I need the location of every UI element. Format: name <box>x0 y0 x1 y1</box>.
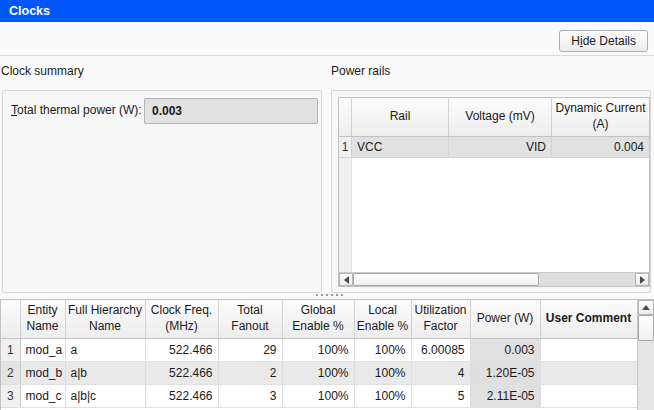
hierarchy-name-cell[interactable]: a|b|c <box>65 385 145 408</box>
column-header-dynamic-current[interactable]: Dynamic Current (A) <box>552 98 649 136</box>
power-rails-group: Rail Voltage (mV) Dynamic Current (A) 1 … <box>331 90 651 293</box>
total-fanout-cell[interactable]: 29 <box>218 339 282 362</box>
clocks-table: Entity Name Full Hierarchy Name Clock Fr… <box>0 299 637 410</box>
current-cell[interactable]: 0.004 <box>552 137 649 157</box>
corner-header-cell[interactable] <box>1 300 20 339</box>
scroll-right-icon <box>640 276 645 284</box>
power-rails-group-label: Power rails <box>331 64 390 78</box>
scroll-left-icon <box>344 276 349 284</box>
voltage-cell[interactable]: VID <box>449 137 552 157</box>
rail-cell[interactable]: VCC <box>352 137 449 157</box>
horizontal-scrollbar[interactable] <box>339 272 649 286</box>
vertical-scrollbar[interactable] <box>637 299 654 410</box>
scroll-left-button[interactable] <box>339 273 353 286</box>
column-header-total-fanout[interactable]: Total Fanout <box>218 300 282 339</box>
column-header-local-enable[interactable]: Local Enable % <box>354 300 411 339</box>
table-row[interactable]: 3 mod_c a|b|c 522.466 3 100% 100% 5 2.11… <box>1 385 637 408</box>
global-enable-cell[interactable]: 100% <box>282 339 354 362</box>
row-number[interactable]: 3 <box>1 385 20 408</box>
thermal-power-value: 0.003 <box>152 104 182 118</box>
horizontal-scrollbar-handle[interactable] <box>353 273 539 286</box>
corner-header-cell[interactable] <box>339 98 352 136</box>
user-comment-cell[interactable] <box>540 385 637 408</box>
clocks-table-header-row: Entity Name Full Hierarchy Name Clock Fr… <box>1 300 637 339</box>
column-header-user-comment[interactable]: User Comment <box>540 300 637 339</box>
table-row[interactable]: 2 mod_b a|b 522.466 2 100% 100% 4 1.20E-… <box>1 362 637 385</box>
horizontal-scrollbar-groove[interactable] <box>539 273 635 286</box>
hide-details-button[interactable]: Hide Details <box>559 30 648 52</box>
power-rails-table-header: Rail Voltage (mV) Dynamic Current (A) <box>339 98 649 137</box>
column-header-entity-name[interactable]: Entity Name <box>20 300 65 339</box>
local-enable-cell[interactable]: 100% <box>354 339 411 362</box>
scroll-up-icon <box>642 305 650 310</box>
column-header-utilization-factor[interactable]: Utilization Factor <box>411 300 470 339</box>
column-header-voltage[interactable]: Voltage (mV) <box>449 98 552 136</box>
splitter-grip[interactable] <box>316 294 343 296</box>
global-enable-cell[interactable]: 100% <box>282 385 354 408</box>
page-title: Clocks <box>9 4 50 18</box>
row-header-strip <box>339 158 352 272</box>
thermal-power-field[interactable]: 0.003 <box>144 98 318 124</box>
titlebar: Clocks <box>0 0 654 22</box>
power-cell[interactable]: 1.20E-05 <box>470 362 540 385</box>
global-enable-cell[interactable]: 100% <box>282 362 354 385</box>
vertical-scrollbar-handle[interactable] <box>638 315 654 341</box>
column-header-power[interactable]: Power (W) <box>470 300 540 339</box>
utilization-factor-cell[interactable]: 6.00085 <box>411 339 470 362</box>
utilization-factor-cell[interactable]: 4 <box>411 362 470 385</box>
clock-freq-cell[interactable]: 522.466 <box>145 339 218 362</box>
row-number[interactable]: 2 <box>1 362 20 385</box>
power-rails-row[interactable]: 1 VCC VID 0.004 <box>339 137 649 158</box>
thermal-power-label: Total thermal power (W): <box>11 103 142 117</box>
clock-freq-cell[interactable]: 522.466 <box>145 362 218 385</box>
table-empty-area <box>339 158 649 272</box>
scroll-up-button[interactable] <box>638 300 654 315</box>
user-comment-cell[interactable] <box>540 339 637 362</box>
scroll-right-button[interactable] <box>635 273 649 286</box>
toolbar: Hide Details <box>0 22 654 56</box>
entity-name-cell[interactable]: mod_b <box>20 362 65 385</box>
row-number[interactable]: 1 <box>339 137 352 157</box>
hierarchy-name-cell[interactable]: a <box>65 339 145 362</box>
entity-name-cell[interactable]: mod_c <box>20 385 65 408</box>
column-header-clock-freq[interactable]: Clock Freq. (MHz) <box>145 300 218 339</box>
power-cell[interactable]: 2.11E-05 <box>470 385 540 408</box>
local-enable-cell[interactable]: 100% <box>354 385 411 408</box>
column-header-full-hierarchy-name[interactable]: Full Hierarchy Name <box>65 300 145 339</box>
power-rails-table: Rail Voltage (mV) Dynamic Current (A) 1 … <box>338 97 650 287</box>
row-number[interactable]: 1 <box>1 339 20 362</box>
utilization-factor-cell[interactable]: 5 <box>411 385 470 408</box>
power-cell[interactable]: 0.003 <box>470 339 540 362</box>
column-header-global-enable[interactable]: Global Enable % <box>282 300 354 339</box>
clock-freq-cell[interactable]: 522.466 <box>145 385 218 408</box>
clock-summary-group-label: Clock summary <box>1 64 84 78</box>
clock-summary-group: Total thermal power (W): 0.003 <box>2 90 322 293</box>
local-enable-cell[interactable]: 100% <box>354 362 411 385</box>
total-fanout-cell[interactable]: 3 <box>218 385 282 408</box>
total-fanout-cell[interactable]: 2 <box>218 362 282 385</box>
user-comment-cell[interactable] <box>540 362 637 385</box>
column-header-rail[interactable]: Rail <box>352 98 449 136</box>
table-row[interactable]: 1 mod_a a 522.466 29 100% 100% 6.00085 0… <box>1 339 637 362</box>
entity-name-cell[interactable]: mod_a <box>20 339 65 362</box>
hierarchy-name-cell[interactable]: a|b <box>65 362 145 385</box>
